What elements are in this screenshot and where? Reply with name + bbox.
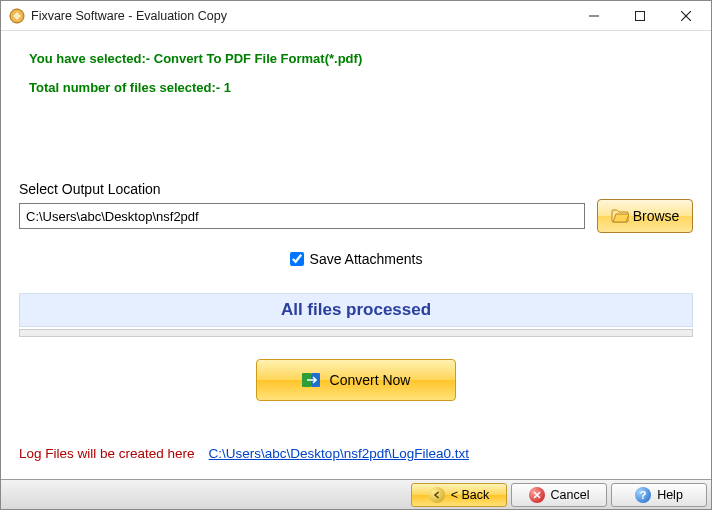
maximize-button[interactable]: [617, 2, 663, 30]
selected-format-info: You have selected:- Convert To PDF File …: [29, 51, 693, 66]
browse-button[interactable]: Browse: [597, 199, 693, 233]
output-location-label: Select Output Location: [19, 181, 693, 197]
output-path-input[interactable]: [19, 203, 585, 229]
content-area: You have selected:- Convert To PDF File …: [1, 31, 711, 479]
back-button-label: < Back: [451, 488, 490, 502]
close-button[interactable]: [663, 2, 709, 30]
back-icon: [429, 487, 445, 503]
cancel-icon: [529, 487, 545, 503]
svg-rect-2: [636, 11, 645, 20]
window-title: Fixvare Software - Evaluation Copy: [31, 9, 571, 23]
app-icon: [9, 8, 25, 24]
back-button[interactable]: < Back: [411, 483, 507, 507]
status-banner: All files processed: [19, 293, 693, 327]
progress-bar: [19, 329, 693, 337]
output-row: Browse: [19, 199, 693, 233]
folder-icon: [611, 209, 629, 223]
cancel-button[interactable]: Cancel: [511, 483, 607, 507]
help-icon: ?: [635, 487, 651, 503]
status-text: All files processed: [281, 300, 431, 320]
browse-button-label: Browse: [633, 208, 680, 224]
log-file-link[interactable]: C:\Users\abc\Desktop\nsf2pdf\LogFilea0.t…: [209, 446, 469, 461]
log-files-label: Log Files will be created here: [19, 446, 195, 461]
window-controls: [571, 2, 709, 30]
help-button[interactable]: ? Help: [611, 483, 707, 507]
minimize-button[interactable]: [571, 2, 617, 30]
convert-now-button[interactable]: Convert Now: [256, 359, 456, 401]
title-bar: Fixvare Software - Evaluation Copy: [1, 1, 711, 31]
convert-icon: [302, 371, 322, 389]
file-count-info: Total number of files selected:- 1: [29, 80, 693, 95]
convert-button-label: Convert Now: [330, 372, 411, 388]
help-button-label: Help: [657, 488, 683, 502]
log-row: Log Files will be created here C:\Users\…: [19, 442, 693, 471]
cancel-button-label: Cancel: [551, 488, 590, 502]
save-attachments-checkbox[interactable]: [290, 252, 304, 266]
wizard-footer: < Back Cancel ? Help: [1, 479, 711, 509]
save-attachments-label[interactable]: Save Attachments: [310, 251, 423, 267]
save-attachments-row: Save Attachments: [19, 251, 693, 267]
